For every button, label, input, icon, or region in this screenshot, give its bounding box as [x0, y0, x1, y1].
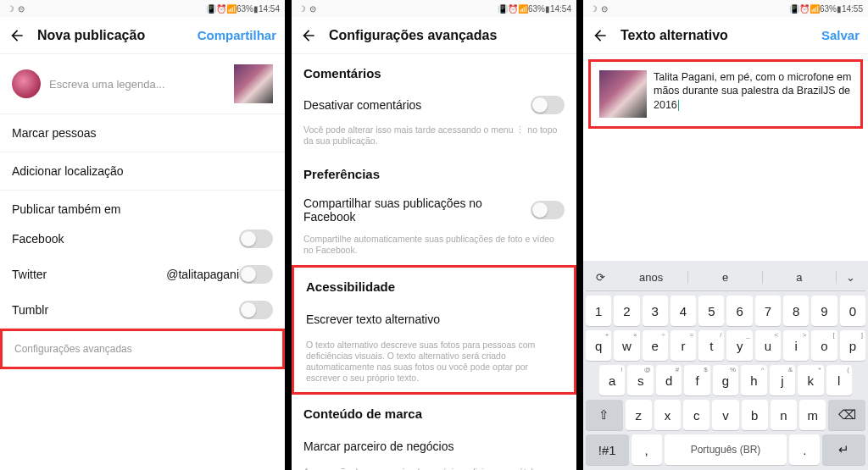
content-area: Comentários Desativar comentários Você p…: [292, 54, 576, 470]
brand-header: Conteúdo de marca: [292, 395, 576, 428]
share-button[interactable]: Compartilhar: [198, 28, 276, 42]
moon-icon: ☽: [298, 4, 306, 14]
key-k[interactable]: k*: [798, 365, 823, 395]
comma-key[interactable]: ,: [632, 434, 662, 465]
key-e[interactable]: e÷: [643, 330, 668, 361]
clock-text: 14:55: [842, 4, 863, 14]
a11y-header: Acessibilidade: [294, 268, 574, 301]
key-3[interactable]: 3: [643, 296, 668, 326]
share-fb-row[interactable]: Compartilhar suas publicações no Faceboo…: [292, 188, 576, 232]
key-n[interactable]: n: [771, 400, 797, 430]
dnd-icon: ⊝: [18, 4, 25, 14]
highlight-box: Configurações avançadas: [0, 329, 285, 369]
key-u[interactable]: u<: [755, 330, 781, 361]
period-key[interactable]: .: [789, 434, 820, 465]
tumblr-toggle-row[interactable]: Tumblr: [0, 292, 285, 329]
tag-partner-row[interactable]: Marcar parceiro de negócios: [292, 428, 576, 465]
suggestion-2[interactable]: e: [688, 271, 762, 284]
key-a[interactable]: a!: [599, 365, 625, 395]
page-title: Configurações avançadas: [329, 28, 568, 43]
toggle-switch[interactable]: [239, 265, 273, 284]
post-thumbnail[interactable]: [234, 64, 273, 103]
expand-icon[interactable]: ⟳: [586, 271, 615, 284]
chevron-down-icon[interactable]: ⌄: [837, 271, 865, 284]
key-b[interactable]: b: [742, 400, 768, 430]
clock-text: 14:54: [259, 4, 280, 14]
key-l[interactable]: l(: [826, 365, 852, 395]
key-t[interactable]: t/: [698, 330, 724, 361]
tumblr-label: Tumblr: [12, 303, 239, 317]
back-arrow-icon[interactable]: [300, 27, 317, 44]
key-6[interactable]: 6: [726, 296, 752, 326]
key-p[interactable]: p]: [840, 330, 865, 361]
key-4[interactable]: 4: [670, 296, 696, 326]
vibrate-icon: 📳: [789, 4, 799, 14]
key-f[interactable]: f$: [684, 365, 709, 395]
key-z[interactable]: z: [626, 400, 652, 430]
alt-text-input[interactable]: Talita Pagani, em pé, com o microfone em…: [654, 70, 852, 112]
status-bar: ☽ ⊝ 📳 ⏰ 📶 63% ▮ 14:54: [0, 0, 285, 17]
twitter-toggle-row[interactable]: Twitter @talitapagani: [0, 257, 285, 292]
key-8[interactable]: 8: [783, 296, 809, 326]
app-bar: Nova publicação Compartilhar: [0, 17, 285, 54]
alt-hint: O texto alternativo descreve suas fotos …: [294, 338, 574, 393]
highlight-box: Acessibilidade Escrever texto alternativ…: [292, 265, 576, 395]
key-w[interactable]: w×: [614, 330, 639, 361]
facebook-toggle-row[interactable]: Facebook: [0, 221, 285, 257]
shift-key[interactable]: ⇧: [586, 400, 623, 430]
key-y[interactable]: y_: [726, 330, 752, 361]
key-5[interactable]: 5: [698, 296, 724, 326]
caption-input[interactable]: Escreva uma legenda...: [49, 78, 225, 91]
tag-people-row[interactable]: Marcar pessoas: [0, 114, 285, 152]
key-v[interactable]: v: [712, 400, 738, 430]
key-9[interactable]: 9: [811, 296, 837, 326]
disable-comments-label: Desativar comentários: [303, 98, 531, 112]
key-i[interactable]: i>: [783, 330, 809, 361]
keyboard: ⟳ anos e a ⌄ 1234567890 q+w×e÷r=t/y_u<i>…: [583, 261, 868, 470]
key-g[interactable]: g%: [713, 365, 738, 395]
key-x[interactable]: x: [654, 400, 681, 430]
symbols-key[interactable]: !#1: [586, 434, 629, 465]
disable-comments-row[interactable]: Desativar comentários: [292, 87, 576, 123]
space-key[interactable]: Português (BR): [665, 434, 787, 465]
toggle-switch[interactable]: [239, 301, 273, 319]
backspace-key[interactable]: ⌫: [828, 400, 865, 430]
page-title: Nova publicação: [37, 28, 198, 43]
content-area: Escreva uma legenda... Marcar pessoas Ad…: [0, 54, 285, 470]
key-o[interactable]: o[: [811, 330, 837, 361]
facebook-label: Facebook: [12, 232, 239, 246]
toggle-switch[interactable]: [531, 96, 565, 114]
key-c[interactable]: c: [683, 400, 709, 430]
add-location-row[interactable]: Adicionar localização: [0, 152, 285, 191]
avatar: [12, 69, 41, 98]
suggestion-3[interactable]: a: [763, 271, 837, 284]
twitter-label: Twitter: [12, 268, 166, 281]
key-r[interactable]: r=: [670, 330, 696, 361]
key-0[interactable]: 0: [840, 296, 865, 326]
key-q[interactable]: q+: [586, 330, 611, 361]
key-m[interactable]: m: [799, 400, 826, 430]
key-d[interactable]: d#: [656, 365, 682, 395]
key-row-3: a!s@d#f$g%h^j&k*l(: [586, 365, 865, 395]
back-arrow-icon[interactable]: [592, 27, 609, 44]
write-alt-text-row[interactable]: Escrever texto alternativo: [294, 301, 574, 338]
key-s[interactable]: s@: [627, 365, 653, 395]
key-2[interactable]: 2: [614, 296, 639, 326]
back-arrow-icon[interactable]: [8, 27, 25, 44]
alt-text-value: Talita Pagani, em pé, com o microfone em…: [654, 71, 851, 111]
advanced-settings-link[interactable]: Configurações avançadas: [3, 331, 282, 367]
page-title: Texto alternativo: [620, 28, 821, 43]
save-button[interactable]: Salvar: [821, 28, 860, 42]
brand-hint: A marcação de um parceiro de negócios ad…: [292, 465, 576, 470]
text-cursor: [678, 100, 679, 111]
suggestion-1[interactable]: anos: [615, 271, 688, 284]
enter-key[interactable]: ↵: [822, 434, 865, 465]
status-bar: ☽ ⊝ 📳 ⏰ 📶 63% ▮ 14:54: [292, 0, 576, 17]
key-j[interactable]: j&: [770, 365, 795, 395]
key-7[interactable]: 7: [755, 296, 781, 326]
toggle-switch[interactable]: [239, 229, 273, 248]
key-1[interactable]: 1: [586, 296, 611, 326]
toggle-switch[interactable]: [531, 201, 565, 219]
key-h[interactable]: h^: [741, 365, 766, 395]
alarm-icon: ⏰: [508, 4, 518, 14]
